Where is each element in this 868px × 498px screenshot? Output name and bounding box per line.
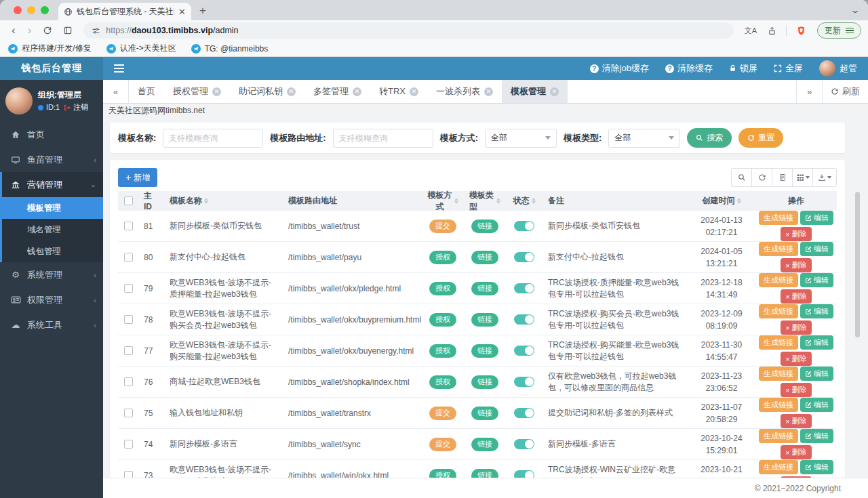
col-time[interactable]: 创建时间: [688, 195, 755, 207]
clear-cache-button[interactable]: ? 清除缓存: [665, 62, 713, 75]
table-columns-button[interactable]: [792, 168, 813, 187]
generate-link-button[interactable]: 生成链接: [759, 211, 798, 225]
col-remark[interactable]: 备注: [542, 195, 688, 207]
bookmark-item[interactable]: 程序搭建/开发/修复: [8, 43, 92, 54]
row-checkbox[interactable]: [124, 471, 133, 478]
user-menu[interactable]: 超管: [819, 60, 857, 77]
clear-job-cache-button[interactable]: ? 清除job缓存: [590, 62, 649, 75]
col-type[interactable]: 模板类型: [464, 190, 506, 213]
template-route-input[interactable]: [333, 129, 433, 148]
edit-button[interactable]: 编辑: [800, 460, 833, 474]
page-tab[interactable]: 授权管理✕: [164, 80, 230, 103]
page-tab[interactable]: 一波杀列表✕: [427, 80, 502, 103]
edit-button[interactable]: 编辑: [800, 304, 833, 318]
zoom-window-button[interactable]: [41, 6, 49, 14]
row-checkbox[interactable]: [124, 315, 133, 324]
page-tab-active[interactable]: 模板管理✕: [502, 80, 568, 103]
table-search-button[interactable]: [731, 168, 752, 187]
status-toggle[interactable]: [514, 314, 534, 325]
col-route[interactable]: 模板路由地址: [283, 195, 422, 207]
edit-button[interactable]: 编辑: [800, 429, 833, 443]
row-checkbox[interactable]: [124, 222, 133, 230]
status-toggle[interactable]: [514, 283, 534, 293]
table-refresh-button[interactable]: [751, 168, 772, 187]
search-button[interactable]: 搜索: [687, 128, 732, 148]
generate-link-button[interactable]: 生成链接: [759, 398, 798, 412]
edit-button[interactable]: 编辑: [800, 398, 833, 412]
tab-close-icon[interactable]: ✕: [410, 87, 418, 96]
status-toggle[interactable]: [514, 439, 534, 449]
table-export-button[interactable]: [812, 168, 837, 187]
delete-button[interactable]: ×删除: [781, 414, 811, 428]
translate-icon[interactable]: 文A: [741, 26, 761, 36]
sidebar-item-tools[interactable]: ☁ 系统工具 ‹: [0, 312, 103, 337]
row-checkbox[interactable]: [124, 377, 133, 386]
delete-button[interactable]: ×删除: [781, 258, 811, 272]
sidebar-item-permission[interactable]: 权限管理 ‹: [0, 287, 103, 312]
template-method-select[interactable]: 全部: [485, 129, 557, 148]
refresh-tab-button[interactable]: 刷新: [822, 80, 868, 103]
sidebar-item-home[interactable]: 首页: [0, 122, 103, 147]
col-method[interactable]: 模板方式: [422, 190, 464, 213]
tab-close-icon[interactable]: ✕: [287, 87, 296, 96]
tabs-scroll-right-button[interactable]: »: [796, 80, 822, 103]
page-tab[interactable]: 助记词私钥✕: [230, 80, 304, 103]
generate-link-button[interactable]: 生成链接: [759, 242, 798, 256]
browser-tab[interactable]: 钱包后台管理系统 - 天美社区源 ✕: [58, 3, 191, 20]
sort-icon[interactable]: [454, 198, 458, 204]
sidebar-item-system[interactable]: ⚙ 系统管理 ‹: [0, 262, 103, 287]
generate-link-button[interactable]: 生成链接: [759, 367, 798, 381]
edit-button[interactable]: 编辑: [800, 367, 833, 381]
sort-icon[interactable]: [737, 198, 741, 204]
site-settings-icon[interactable]: [92, 26, 100, 35]
bookmark-item[interactable]: 认准->天美社区: [106, 43, 176, 54]
brave-shield-icon[interactable]: [792, 26, 810, 36]
reading-list-icon[interactable]: [59, 26, 77, 35]
bookmark-item[interactable]: TG: @tianmeibbs: [191, 44, 269, 54]
sidebar-item-template-mgmt[interactable]: 模板管理: [2, 197, 103, 219]
lock-screen-button[interactable]: 锁屏: [729, 62, 757, 75]
logout-link[interactable]: 注销: [73, 102, 88, 114]
sidebar-item-domain-mgmt[interactable]: 域名管理: [2, 219, 103, 241]
sidebar-item-marketing[interactable]: 营销管理 ⌄: [2, 172, 103, 197]
delete-button[interactable]: ×删除: [781, 383, 811, 397]
tab-close-icon[interactable]: ✕: [212, 87, 221, 96]
tab-close-icon[interactable]: ✕: [484, 87, 493, 96]
sidebar-item-fish[interactable]: 鱼苗管理 ‹: [0, 147, 103, 172]
row-checkbox[interactable]: [124, 440, 133, 449]
delete-button[interactable]: ×删除: [781, 352, 811, 366]
status-toggle[interactable]: [514, 346, 534, 356]
generate-link-button[interactable]: 生成链接: [759, 273, 798, 287]
page-tab[interactable]: 多签管理✕: [304, 80, 370, 103]
minimize-window-button[interactable]: [27, 6, 35, 14]
tabs-scroll-left-button[interactable]: «: [103, 80, 129, 103]
generate-link-button[interactable]: 生成链接: [759, 429, 798, 443]
generate-link-button[interactable]: 生成链接: [759, 304, 798, 318]
sort-icon[interactable]: [204, 198, 208, 204]
generate-link-button[interactable]: 生成链接: [759, 460, 798, 474]
generate-link-button[interactable]: 生成链接: [759, 335, 798, 350]
status-toggle[interactable]: [514, 470, 534, 478]
sort-icon[interactable]: [532, 198, 536, 204]
col-id[interactable]: 主ID: [138, 190, 164, 211]
page-tab-home[interactable]: 首页: [129, 80, 164, 103]
page-tab[interactable]: 转TRX✕: [370, 80, 427, 103]
row-checkbox[interactable]: [124, 284, 133, 293]
edit-button[interactable]: 编辑: [800, 273, 833, 287]
edit-button[interactable]: 编辑: [800, 242, 833, 256]
close-window-button[interactable]: [14, 6, 22, 14]
row-checkbox[interactable]: [124, 409, 133, 417]
reset-button[interactable]: 重置: [738, 128, 783, 148]
row-checkbox[interactable]: [124, 346, 133, 355]
template-type-select[interactable]: 全部: [608, 129, 680, 148]
col-name[interactable]: 模板名称: [164, 195, 283, 207]
delete-button[interactable]: ×删除: [781, 445, 811, 459]
edit-button[interactable]: 编辑: [800, 335, 833, 350]
status-toggle[interactable]: [514, 377, 534, 387]
edit-button[interactable]: 编辑: [800, 211, 833, 225]
select-all-checkbox[interactable]: [124, 196, 133, 205]
delete-button[interactable]: ×删除: [781, 289, 811, 304]
template-name-input[interactable]: [163, 129, 263, 148]
address-bar[interactable]: https://daou103.timibbs.vip/admin: [83, 22, 733, 39]
fullscreen-button[interactable]: 全屏: [774, 62, 803, 75]
